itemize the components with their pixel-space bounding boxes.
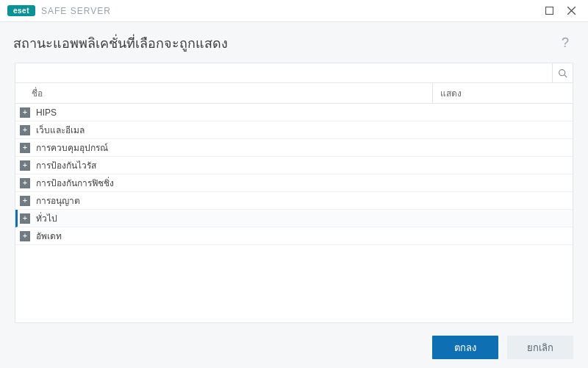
table-row[interactable]: +HIPS (15, 104, 573, 121)
titlebar: eset SAFE SERVER (0, 0, 588, 22)
expand-icon[interactable]: + (20, 143, 30, 153)
expand-icon[interactable]: + (20, 196, 30, 206)
table-row[interactable]: +การควบคุมอุปกรณ์ (15, 139, 573, 157)
brand-badge: eset (7, 5, 35, 16)
header: สถานะแอพพลิเคชั่นที่เลือกจะถูกแสดง ? (0, 22, 588, 63)
svg-point-3 (559, 69, 565, 75)
expand-icon[interactable]: + (20, 107, 30, 118)
svg-line-4 (564, 74, 567, 77)
maximize-icon (545, 7, 553, 15)
table-header: ชื่อ แสดง (15, 83, 573, 104)
table-row[interactable]: +ทั่วไป (15, 210, 573, 227)
page-title: สถานะแอพพลิเคชั่นที่เลือกจะถูกแสดง (13, 32, 228, 54)
table-row[interactable]: +อัพเดท (15, 227, 573, 245)
table-row[interactable]: +เว็บและอีเมล (15, 121, 573, 139)
help-button[interactable]: ? (559, 35, 572, 51)
row-label: การอนุญาต (36, 194, 573, 208)
expand-icon[interactable]: + (20, 160, 30, 171)
row-label: การป้องกันไวรัส (36, 158, 573, 172)
table-row[interactable]: +การป้องกันการฟิชชิ่ง (15, 174, 573, 192)
row-label: HIPS (36, 107, 573, 118)
row-label: การควบคุมอุปกรณ์ (36, 141, 573, 155)
search-row (15, 63, 573, 83)
cancel-button[interactable]: ยกเลิก (507, 336, 573, 359)
brand-product: SAFE SERVER (41, 6, 111, 16)
footer: ตกลง ยกเลิก (0, 327, 588, 368)
close-icon (567, 7, 576, 15)
content-area: ชื่อ แสดง +HIPS+เว็บและอีเมล+การควบคุมอุ… (0, 63, 588, 323)
maximize-button[interactable] (538, 0, 560, 22)
close-button[interactable] (560, 0, 582, 22)
column-name[interactable]: ชื่อ (15, 83, 433, 103)
expand-icon[interactable]: + (20, 213, 30, 224)
ok-button[interactable]: ตกลง (432, 336, 498, 359)
table-filler (15, 245, 573, 322)
row-label: การป้องกันการฟิชชิ่ง (36, 176, 573, 190)
table-body: +HIPS+เว็บและอีเมล+การควบคุมอุปกรณ์+การป… (15, 104, 573, 245)
expand-icon[interactable]: + (20, 231, 30, 241)
row-label: อัพเดท (36, 229, 573, 243)
column-show[interactable]: แสดง (433, 83, 573, 103)
expand-icon[interactable]: + (20, 178, 30, 188)
svg-rect-0 (545, 7, 553, 15)
table: ชื่อ แสดง +HIPS+เว็บและอีเมล+การควบคุมอุ… (15, 83, 573, 323)
search-button[interactable] (552, 63, 573, 82)
table-row[interactable]: +การป้องกันไวรัส (15, 157, 573, 174)
search-icon (558, 68, 567, 78)
row-label: ทั่วไป (36, 211, 573, 225)
table-row[interactable]: +การอนุญาต (15, 192, 573, 210)
search-input[interactable] (15, 63, 552, 82)
row-label: เว็บและอีเมล (36, 123, 573, 137)
expand-icon[interactable]: + (20, 125, 30, 135)
